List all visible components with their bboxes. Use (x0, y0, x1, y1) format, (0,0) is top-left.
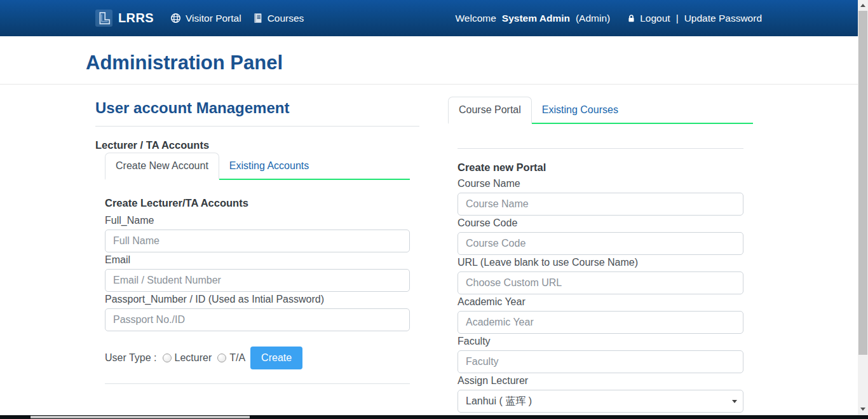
navbar-user-area: Welcome System Admin (Admin) Logout | Up… (456, 13, 762, 24)
brand-link[interactable]: LRRS (95, 10, 154, 27)
navbar-links: Visitor Portal Courses (170, 13, 304, 24)
account-tabs: Create New Account Existing Accounts (105, 153, 410, 180)
academic-year-label: Academic Year (458, 296, 743, 308)
email-label: Email (105, 254, 410, 266)
assign-lecturer-value: Lanhui ( 蓝珲 ) (466, 395, 532, 408)
ta-radio[interactable] (217, 354, 226, 362)
course-portal-panel: Course Portal Existing Courses Create ne… (448, 85, 753, 419)
section-title: User account Management (95, 99, 419, 117)
lock-icon (627, 13, 636, 24)
nav-item-label: Courses (268, 13, 304, 24)
faculty-input[interactable] (458, 350, 743, 373)
passport-input[interactable] (105, 308, 410, 331)
custom-url-group: URL (Leave blank to use Course Name) (458, 256, 743, 294)
passport-label: Passport_Number / ID (Used as Intial Pas… (105, 293, 410, 305)
divider (458, 148, 743, 149)
create-button[interactable]: Create (250, 347, 302, 369)
course-name-input[interactable] (458, 193, 743, 216)
create-portal-form: Create new Portal Course Name Course Cod… (448, 161, 753, 419)
globe-icon (170, 13, 181, 24)
form-heading: Create Lecturer/TA Accounts (105, 197, 410, 209)
top-navbar: LRRS Visitor Portal Courses (0, 0, 858, 36)
passport-group: Passport_Number / ID (Used as Intial Pas… (105, 293, 410, 331)
full-name-input[interactable] (105, 230, 410, 252)
nav-item-visitor-portal[interactable]: Visitor Portal (170, 13, 241, 24)
scrollbar-thumb[interactable] (858, 11, 867, 355)
full-name-group: Full_Name (105, 214, 410, 252)
chevron-down-icon (732, 400, 737, 403)
custom-url-input[interactable] (458, 271, 743, 294)
update-password-link[interactable]: Update Password (684, 13, 762, 24)
course-tabs: Course Portal Existing Courses (448, 97, 753, 124)
logout-label: Logout (640, 13, 670, 24)
form-heading: Create new Portal (458, 161, 743, 174)
course-code-group: Course Code (458, 217, 743, 255)
bottom-taskbar-edge (0, 415, 868, 419)
course-name-group: Course Name (458, 177, 743, 216)
logout-link[interactable]: Logout (627, 13, 670, 24)
vertical-scrollbar (858, 0, 868, 419)
assign-lecturer-select[interactable]: Lanhui ( 蓝珲 ) (458, 390, 743, 413)
lecturer-radio-label: Lecturer (175, 352, 212, 364)
faculty-group: Faculty (458, 335, 743, 373)
user-type-row: User Type : Lecturer T/A Create (105, 347, 410, 369)
page-title: Administration Panel (0, 36, 858, 74)
divider (95, 126, 419, 127)
welcome-text: Welcome (456, 13, 496, 24)
tab-existing-courses[interactable]: Existing Courses (532, 97, 628, 123)
custom-url-label: URL (Leave blank to use Course Name) (458, 256, 743, 268)
full-name-label: Full_Name (105, 214, 410, 226)
scroll-up-arrow-icon[interactable] (858, 0, 868, 11)
email-group: Email (105, 254, 410, 292)
scroll-down-arrow-icon[interactable] (858, 404, 868, 415)
user-account-management-panel: User account Management Lecturer / TA Ac… (95, 85, 419, 384)
ta-radio-label: T/A (229, 352, 245, 364)
create-account-form: Create Lecturer/TA Accounts Full_Name Em… (95, 180, 419, 369)
update-password-label: Update Password (684, 13, 762, 24)
user-type-label: User Type : (105, 352, 157, 364)
page-header: Administration Panel (0, 36, 858, 85)
assign-lecturer-group: Assign Lecturer Lanhui ( 蓝珲 ) (458, 374, 743, 413)
course-name-label: Course Name (458, 177, 743, 189)
separator: | (676, 13, 679, 24)
tab-course-portal[interactable]: Course Portal (448, 97, 532, 124)
book-icon (253, 13, 263, 24)
tab-create-new-account[interactable]: Create New Account (105, 153, 219, 180)
tab-existing-accounts[interactable]: Existing Accounts (219, 153, 319, 179)
subsection-title: Lecturer / TA Accounts (95, 139, 419, 151)
lecturer-radio[interactable] (163, 354, 172, 362)
lrrs-logo-icon (95, 10, 112, 27)
bottom-scrollbar-thumb[interactable] (31, 416, 250, 418)
user-role: (Admin) (576, 13, 610, 24)
course-code-label: Course Code (458, 217, 743, 229)
course-code-input[interactable] (458, 232, 743, 255)
faculty-label: Faculty (458, 335, 743, 347)
academic-year-group: Academic Year (458, 296, 743, 334)
academic-year-input[interactable] (458, 311, 743, 334)
user-name: System Admin (502, 13, 570, 24)
brand-title: LRRS (118, 11, 154, 25)
divider (105, 383, 410, 384)
email-input[interactable] (105, 269, 410, 292)
nav-item-label: Visitor Portal (186, 13, 241, 24)
assign-lecturer-label: Assign Lecturer (458, 374, 743, 387)
nav-item-courses[interactable]: Courses (253, 13, 304, 24)
